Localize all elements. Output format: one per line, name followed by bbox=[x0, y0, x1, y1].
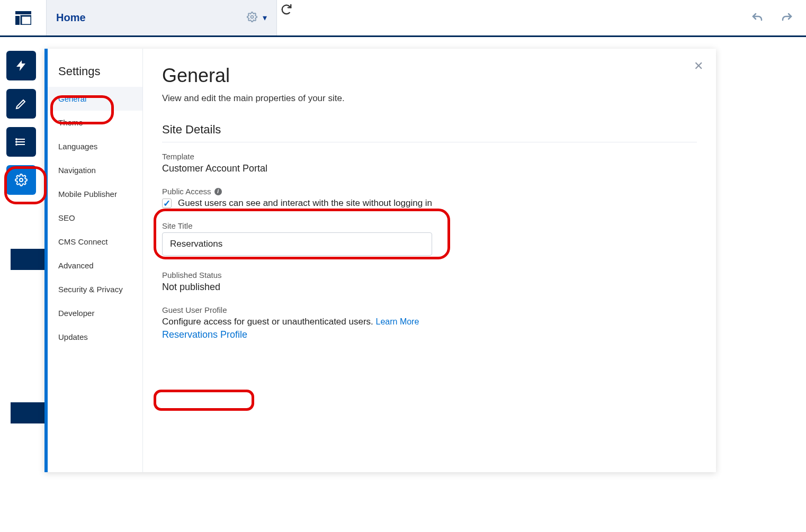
nav-general[interactable]: General bbox=[48, 87, 142, 111]
rail-theme[interactable] bbox=[6, 89, 36, 119]
nav-developer[interactable]: Developer bbox=[48, 301, 142, 325]
svg-point-9 bbox=[16, 144, 17, 145]
chevron-down-icon[interactable]: ▾ bbox=[263, 13, 267, 23]
nav-updates[interactable]: Updates bbox=[48, 325, 142, 349]
site-details-heading: Site Details bbox=[162, 123, 697, 137]
settings-panel: ✕ General View and edit the main propert… bbox=[143, 49, 716, 472]
topbar-actions bbox=[748, 0, 806, 35]
template-label: Template bbox=[162, 152, 697, 161]
public-access-checkbox[interactable]: ✓ bbox=[162, 199, 172, 208]
rail-settings[interactable] bbox=[6, 165, 36, 195]
svg-rect-0 bbox=[15, 11, 31, 14]
public-access-label-text: Public Access bbox=[162, 187, 211, 196]
divider bbox=[162, 142, 697, 142]
svg-point-7 bbox=[16, 139, 17, 140]
learn-more-link[interactable]: Learn More bbox=[376, 317, 419, 326]
svg-rect-1 bbox=[15, 16, 20, 25]
layout-icon bbox=[15, 11, 31, 25]
settings-modal: Settings General Theme Languages Navigat… bbox=[44, 49, 716, 472]
gear-icon[interactable] bbox=[247, 12, 257, 24]
public-access-label: Public Access i bbox=[162, 187, 697, 196]
info-icon[interactable]: i bbox=[214, 188, 222, 195]
panel-title: General bbox=[162, 65, 697, 87]
settings-nav: Settings General Theme Languages Navigat… bbox=[48, 49, 143, 472]
nav-cms-connect[interactable]: CMS Connect bbox=[48, 230, 142, 254]
nav-languages[interactable]: Languages bbox=[48, 134, 142, 158]
builder-overlay: Settings General Theme Languages Navigat… bbox=[6, 49, 716, 472]
builder-rail bbox=[6, 49, 44, 472]
top-bar: Home ▾ bbox=[0, 0, 806, 37]
published-status-value: Not published bbox=[162, 282, 697, 293]
page-selector[interactable]: Home ▾ bbox=[47, 0, 277, 35]
site-title-input[interactable] bbox=[162, 232, 432, 256]
nav-navigation[interactable]: Navigation bbox=[48, 158, 142, 182]
nav-theme[interactable]: Theme bbox=[48, 111, 142, 134]
nav-mobile-publisher[interactable]: Mobile Publisher bbox=[48, 182, 142, 206]
public-access-row[interactable]: ✓ Guest users can see and interact with … bbox=[162, 198, 697, 209]
panel-description: View and edit the main properties of you… bbox=[162, 93, 697, 104]
undo-button[interactable] bbox=[748, 8, 767, 28]
svg-point-3 bbox=[251, 15, 254, 18]
guest-profile-text: Configure access for guest or unauthenti… bbox=[162, 317, 376, 327]
nav-advanced[interactable]: Advanced bbox=[48, 254, 142, 277]
settings-heading: Settings bbox=[48, 65, 142, 87]
guest-profile-link[interactable]: Reservations Profile bbox=[162, 329, 247, 340]
svg-point-8 bbox=[16, 141, 17, 142]
guest-profile-label: Guest User Profile bbox=[162, 305, 697, 314]
svg-rect-2 bbox=[21, 16, 31, 25]
published-status-label: Published Status bbox=[162, 270, 697, 279]
page-label: Home bbox=[56, 12, 241, 24]
nav-security-privacy[interactable]: Security & Privacy bbox=[48, 277, 142, 301]
public-access-text: Guest users can see and interact with th… bbox=[178, 198, 432, 209]
svg-point-10 bbox=[20, 178, 23, 182]
nav-seo[interactable]: SEO bbox=[48, 206, 142, 230]
redo-button[interactable] bbox=[777, 8, 796, 28]
rail-pages[interactable] bbox=[6, 127, 36, 157]
template-value: Customer Account Portal bbox=[162, 163, 697, 174]
close-icon[interactable]: ✕ bbox=[694, 59, 703, 73]
app-icon[interactable] bbox=[0, 0, 47, 35]
rail-components[interactable] bbox=[6, 51, 36, 80]
refresh-button[interactable] bbox=[277, 0, 296, 19]
site-title-label: Site Title bbox=[162, 221, 697, 230]
